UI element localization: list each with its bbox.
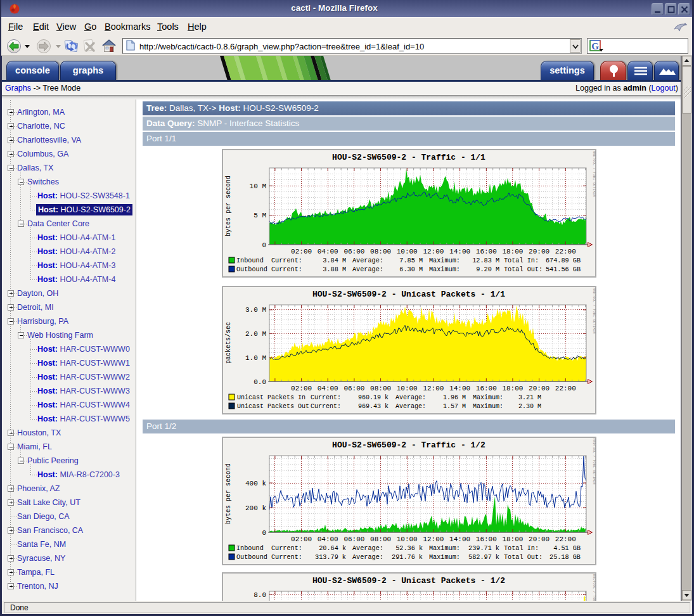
svg-text:20:00: 20:00 (529, 536, 549, 543)
svg-text:10:00: 10:00 (397, 248, 418, 255)
svg-text:06:00: 06:00 (344, 248, 364, 255)
svg-text:313.79 k: 313.79 k (315, 554, 346, 561)
svg-text:08:00: 08:00 (370, 385, 391, 392)
svg-text:20:00: 20:00 (529, 385, 549, 392)
svg-text:06:00: 06:00 (344, 536, 364, 543)
svg-text:Maximum:: Maximum: (429, 554, 460, 561)
svg-text:02:00: 02:00 (291, 536, 312, 543)
svg-text:10 M: 10 M (250, 183, 266, 190)
svg-text:12:00: 12:00 (423, 536, 444, 543)
svg-text:Maximum:: Maximum: (429, 257, 460, 264)
svg-text:10:00: 10:00 (397, 385, 418, 392)
svg-text:2.0 M: 2.0 M (245, 330, 266, 338)
svg-text:200 k: 200 k (245, 504, 266, 512)
svg-text:674.89 GB: 674.89 GB (546, 257, 581, 264)
svg-text:25.18 GB: 25.18 GB (549, 554, 581, 561)
svg-text:16:00: 16:00 (476, 248, 497, 255)
svg-text:Maximum:: Maximum: (429, 545, 460, 552)
svg-text:Average:: Average: (352, 554, 383, 561)
svg-text:Outbound: Outbound (236, 266, 267, 273)
svg-text:Outbound: Outbound (236, 554, 267, 561)
svg-text:16:00: 16:00 (476, 536, 497, 543)
svg-text:14:00: 14:00 (449, 536, 470, 543)
svg-text:0.0: 0.0 (254, 378, 266, 386)
svg-text:02:00: 02:00 (291, 385, 312, 392)
svg-text:Current:: Current: (311, 403, 341, 410)
svg-text:1.57 M: 1.57 M (443, 403, 466, 410)
svg-text:18:00: 18:00 (502, 536, 523, 543)
svg-text:Inbound: Inbound (236, 545, 264, 552)
svg-text:20.64 k: 20.64 k (319, 545, 346, 552)
svg-text:0: 0 (262, 529, 266, 537)
svg-text:Total Out:: Total Out: (504, 554, 543, 561)
svg-text:582.97 k: 582.97 k (468, 554, 499, 561)
svg-text:Average:: Average: (395, 403, 426, 410)
svg-text:RRDTOOL / TOBI OETIKER: RRDTOOL / TOBI OETIKER (592, 574, 596, 601)
svg-text:Average:: Average: (352, 257, 383, 264)
svg-text:10:00: 10:00 (397, 536, 418, 543)
svg-text:3.88 M: 3.88 M (323, 266, 346, 273)
svg-text:969.43 k: 969.43 k (358, 403, 389, 410)
svg-text:Average:: Average: (352, 545, 383, 552)
svg-text:Maximum:: Maximum: (473, 403, 503, 410)
svg-text:12.83 M: 12.83 M (472, 257, 499, 264)
svg-text:08:00: 08:00 (370, 248, 391, 255)
svg-text:239.71 k: 239.71 k (468, 545, 499, 552)
svg-text:Current:: Current: (271, 266, 302, 273)
svg-text:bytes per second: bytes per second (225, 463, 232, 524)
svg-text:18:00: 18:00 (502, 248, 523, 255)
svg-text:RRDTOOL / TOBI OETIKER: RRDTOOL / TOBI OETIKER (592, 151, 596, 197)
svg-text:960.19 k: 960.19 k (358, 394, 389, 401)
svg-text:12:00: 12:00 (423, 385, 444, 392)
svg-text:04:00: 04:00 (318, 385, 338, 392)
svg-text:HOU-S2-SW6509-2 - Traffic - 1/: HOU-S2-SW6509-2 - Traffic - 1/2 (332, 440, 485, 450)
svg-text:RRDTOOL / TOBI OETIKER: RRDTOOL / TOBI OETIKER (592, 439, 596, 485)
svg-text:3.0 M: 3.0 M (245, 306, 266, 314)
svg-text:5 M: 5 M (254, 212, 266, 219)
svg-text:02:00: 02:00 (291, 248, 312, 255)
svg-text:Current:: Current: (271, 554, 302, 561)
svg-text:Unicast Packets Out: Unicast Packets Out (237, 403, 309, 410)
svg-text:Average:: Average: (395, 394, 426, 401)
svg-text:1.96 M: 1.96 M (443, 394, 466, 401)
svg-text:Maximum:: Maximum: (473, 394, 503, 401)
svg-text:Maximum:: Maximum: (429, 266, 460, 273)
svg-text:04:00: 04:00 (318, 536, 338, 543)
svg-text:Total In:: Total In: (504, 545, 539, 552)
svg-text:20:00: 20:00 (529, 248, 549, 255)
svg-text:Inbound: Inbound (236, 257, 264, 264)
svg-text:400 k: 400 k (245, 480, 266, 487)
svg-text:14:00: 14:00 (449, 248, 470, 255)
svg-text:HOU-S2-SW6509-2 - Traffic - 1/: HOU-S2-SW6509-2 - Traffic - 1/1 (332, 153, 485, 162)
svg-text:bytes per second: bytes per second (225, 176, 232, 236)
svg-text:2.30 M: 2.30 M (518, 403, 541, 410)
svg-text:52.36 k: 52.36 k (395, 545, 423, 552)
svg-text:Current:: Current: (271, 545, 302, 552)
svg-text:HOU-S2-SW6509-2 - Unicast Pack: HOU-S2-SW6509-2 - Unicast Packets - 1/2 (312, 576, 505, 586)
svg-text:8.0: 8.0 (254, 591, 266, 599)
svg-text:22:00: 22:00 (555, 385, 576, 392)
svg-text:18:00: 18:00 (502, 385, 523, 392)
svg-text:0: 0 (262, 241, 266, 249)
svg-text:Current:: Current: (271, 257, 302, 264)
svg-text:Average:: Average: (352, 266, 383, 273)
svg-text:16:00: 16:00 (476, 385, 497, 392)
svg-text:3.21 M: 3.21 M (518, 394, 541, 401)
svg-text:06:00: 06:00 (344, 385, 364, 392)
svg-text:RRDTOOL / TOBI OETIKER: RRDTOOL / TOBI OETIKER (592, 288, 596, 334)
svg-text:1.0 M: 1.0 M (245, 354, 266, 362)
svg-text:22:00: 22:00 (555, 248, 576, 255)
svg-text:08:00: 08:00 (370, 536, 391, 543)
svg-text:7.85 M: 7.85 M (399, 257, 423, 264)
svg-text:541.56 GB: 541.56 GB (546, 266, 581, 273)
svg-text:packets/sec: packets/sec (225, 322, 232, 364)
svg-text:9.20 M: 9.20 M (476, 266, 499, 273)
svg-text:14:00: 14:00 (449, 385, 470, 392)
svg-text:HOU-S2-SW6509-2 - Unicast Pack: HOU-S2-SW6509-2 - Unicast Packets - 1/1 (312, 290, 505, 299)
svg-text:4.51 GB: 4.51 GB (553, 545, 581, 552)
svg-text:04:00: 04:00 (318, 248, 338, 255)
svg-text:6.30 M: 6.30 M (399, 266, 423, 273)
svg-text:Total In:: Total In: (504, 257, 539, 264)
svg-text:22:00: 22:00 (555, 536, 576, 543)
svg-text:Unicast Packets In: Unicast Packets In (237, 394, 305, 401)
